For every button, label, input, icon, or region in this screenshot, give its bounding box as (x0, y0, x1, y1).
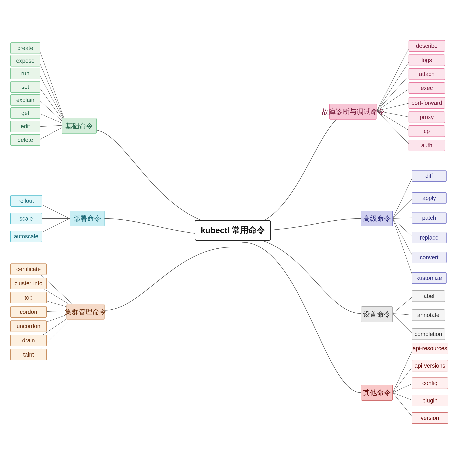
leaf-exec-label: exec (421, 85, 433, 91)
svg-line-32 (393, 296, 413, 314)
leaf-drain-label: drain (22, 337, 35, 344)
svg-line-37 (393, 383, 413, 393)
leaf-expose: expose (10, 55, 40, 67)
svg-line-1 (39, 61, 67, 125)
leaf-diff-label: diff (425, 173, 433, 179)
svg-line-30 (393, 219, 413, 257)
leaf-attach: attach (408, 68, 445, 80)
leaf-logs-label: logs (422, 57, 432, 64)
leaf-convert: convert (412, 252, 446, 263)
leaf-cordon: cordon (10, 306, 47, 318)
leaf-run: run (10, 68, 40, 79)
leaf-taint: taint (10, 349, 47, 360)
leaf-plugin-label: plugin (422, 397, 438, 404)
leaf-delete: delete (10, 134, 40, 146)
leaf-annotate: annotate (412, 309, 445, 321)
leaf-api-versions-label: api-versions (415, 362, 445, 369)
leaf-expose-label: expose (16, 57, 34, 64)
leaf-uncordon-label: uncordon (17, 323, 40, 330)
leaf-run-label: run (21, 70, 30, 77)
leaf-get: get (10, 107, 40, 119)
leaf-annotate-label: annotate (417, 312, 440, 319)
leaf-patch-label: patch (422, 215, 436, 221)
leaf-scale-label: scale (19, 215, 33, 222)
leaf-config: config (412, 377, 448, 389)
leaf-kustomize: kustomize (412, 272, 446, 284)
leaf-auth: auth (408, 140, 445, 151)
leaf-api-resources: api-resources (412, 343, 448, 354)
svg-line-29 (393, 219, 413, 237)
leaf-api-resources-label: api-resources (413, 345, 447, 352)
leaf-certificate-label: certificate (16, 266, 41, 272)
leaf-describe: describe (408, 40, 445, 52)
center-label: kubectl 常用命令 (201, 225, 265, 236)
leaf-uncordon: uncordon (10, 320, 47, 332)
leaf-label-label: label (422, 293, 434, 299)
leaf-label: label (412, 290, 445, 302)
leaf-completion-label: completion (415, 331, 442, 337)
leaf-version-label: version (421, 415, 439, 421)
svg-line-18 (377, 46, 410, 111)
leaf-apply-label: apply (422, 195, 436, 202)
leaf-set: set (10, 81, 40, 93)
cat-gaojiminglin: 高级命令 (361, 211, 393, 226)
leaf-config-label: config (422, 380, 438, 387)
svg-line-26 (393, 176, 413, 219)
leaf-diff: diff (412, 170, 446, 182)
leaf-set-label: set (21, 84, 29, 90)
cat-jiqunguanli-label: 集群管理命令 (65, 307, 106, 317)
leaf-apply: apply (412, 192, 446, 204)
leaf-scale: scale (10, 213, 42, 224)
leaf-cluster-info: cluster-info (10, 278, 47, 289)
leaf-cordon-label: cordon (20, 309, 37, 315)
leaf-api-versions: api-versions (412, 360, 448, 371)
leaf-patch: patch (412, 212, 446, 224)
leaf-port-forward-label: port-forward (411, 100, 442, 106)
leaf-proxy: proxy (408, 111, 445, 123)
leaf-cp: cp (408, 125, 445, 137)
leaf-certificate: certificate (10, 264, 47, 275)
leaf-replace-label: replace (420, 234, 439, 241)
cat-shezhiminglin: 设置命令 (361, 306, 393, 322)
leaf-explain: explain (10, 94, 40, 106)
svg-line-2 (39, 74, 67, 125)
leaf-autoscale: autoscale (10, 231, 42, 242)
cat-bushuminglin-label: 部署命令 (73, 214, 101, 223)
cat-jichuminglin-label: 基础命令 (65, 121, 93, 131)
leaf-rollout-label: rollout (18, 198, 34, 204)
leaf-get-label: get (21, 110, 29, 116)
leaf-rollout: rollout (10, 195, 42, 207)
leaf-auth-label: auth (421, 142, 432, 149)
leaf-cp-label: cp (424, 128, 430, 135)
leaf-exec: exec (408, 82, 445, 94)
cat-qitaminglin-label: 其他命令 (363, 388, 391, 397)
leaf-delete-label: delete (17, 137, 33, 143)
leaf-describe-label: describe (416, 43, 438, 49)
leaf-kustomize-label: kustomize (416, 275, 442, 281)
cat-gaojiminglin-label: 高级命令 (363, 214, 391, 223)
svg-line-34 (393, 314, 413, 334)
leaf-create-label: create (17, 45, 33, 51)
svg-line-27 (393, 198, 413, 219)
leaf-cluster-info-label: cluster-info (15, 280, 42, 287)
leaf-convert-label: convert (420, 254, 439, 261)
leaf-logs: logs (408, 54, 445, 66)
leaf-top: top (10, 292, 47, 303)
leaf-top-label: top (25, 294, 33, 301)
leaf-version: version (412, 412, 448, 424)
leaf-explain-label: explain (16, 97, 34, 103)
cat-jichuminglin: 基础命令 (62, 118, 97, 134)
leaf-attach-label: attach (419, 71, 435, 77)
cat-shezhiminglin-label: 设置命令 (363, 310, 391, 319)
svg-line-33 (393, 314, 413, 315)
svg-line-39 (393, 393, 413, 418)
leaf-replace: replace (412, 232, 446, 243)
leaf-port-forward: port-forward (408, 97, 445, 109)
cat-bushuminglin: 部署命令 (70, 211, 104, 226)
svg-line-31 (393, 219, 413, 278)
svg-line-36 (393, 366, 413, 393)
leaf-create: create (10, 42, 40, 54)
leaf-taint-label: taint (23, 351, 34, 358)
svg-line-38 (393, 393, 413, 401)
cat-qitaminglin: 其他命令 (361, 385, 393, 401)
